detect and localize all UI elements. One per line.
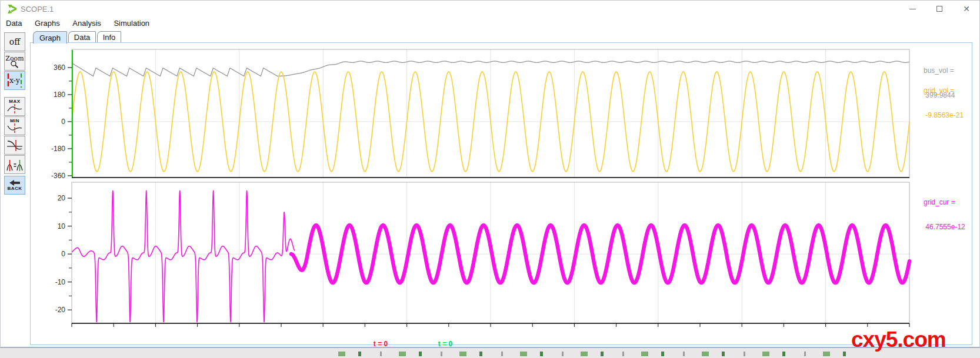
app-icon [6,4,18,14]
close-button[interactable]: ✕ [953,1,980,17]
menu-analysis[interactable]: Analysis [67,17,106,30]
cursor-red-readout[interactable]: t = 0 [363,340,398,348]
menu-data[interactable]: Data [1,17,27,30]
maximize-icon [936,6,942,12]
readout-grid-cur-name: grid_cur = [924,198,965,206]
tab-graph-label: Graph [39,34,61,42]
off-button[interactable]: off [4,32,25,51]
readout-grid-vol: grid_vol = -9.8563e-21 [924,70,964,136]
back-label: BACK [7,186,22,191]
max-curve-icon [7,104,22,113]
tab-data[interactable]: Data [68,31,96,43]
back-button[interactable]: BACK [4,176,25,195]
background-schematic-fragments [338,352,862,356]
menu-graphs[interactable]: Graphs [29,17,65,30]
cursor-green-readout[interactable]: t = 0 [428,340,463,348]
max-label: MAX [9,99,20,104]
min-button[interactable]: MIN [4,116,25,135]
close-icon: ✕ [963,4,970,14]
watermark: cxy5.com [851,327,946,352]
y-tick-label: -10 [55,278,66,286]
grid-cur-trace-startup [72,190,295,322]
xy-cursors-icon: x-y [6,73,24,88]
menu-simulation[interactable]: Simulation [108,17,155,30]
off-label: off [9,37,20,46]
y-tick-label: 0 [61,118,65,126]
min-label: MIN [10,119,19,123]
xy-cursors-button[interactable]: x-y [4,71,25,90]
readout-grid-vol-name: grid_vol = [924,86,964,95]
scope-plot-area[interactable]: 3601800-180-36020100-10-20 [31,43,972,344]
screen: SCOPE.1 ✕ Data Graphs Analysis Simulatio… [0,0,980,358]
y-tick-label: 180 [54,91,65,99]
window-title: SCOPE.1 [21,5,54,14]
tab-data-label: Data [74,33,90,42]
background-window-strip [0,349,980,358]
peak-compare-icon [6,158,23,172]
graph-panel: 3601800-180-36020100-10-20 bus_vol = 399… [30,42,972,345]
y-tick-label: -20 [55,306,66,314]
zero-crossing-button[interactable] [4,136,25,155]
zoom-button[interactable]: Zoom [4,52,25,71]
tab-graph[interactable]: Graph [33,31,67,44]
readout-grid-cur-value: 46.7555e-12 [924,223,965,231]
minimize-button[interactable] [899,1,926,17]
readout-grid-cur: grid_cur = 46.7555e-12 [924,182,965,247]
tab-info[interactable]: Info [97,31,121,43]
y-tick-label: 10 [58,222,66,230]
max-button[interactable]: MAX [4,97,25,116]
scope-window: SCOPE.1 ✕ Data Graphs Analysis Simulatio… [0,0,980,348]
maximize-button[interactable] [926,1,953,17]
minimize-icon [909,9,916,9]
readout-grid-vol-value: -9.8563e-21 [924,111,964,119]
y-tick-label: -360 [51,172,65,180]
peak-compare-button[interactable] [4,155,25,174]
min-curve-icon [7,123,22,133]
zero-crossing-icon [6,139,23,152]
title-bar[interactable]: SCOPE.1 ✕ [1,1,979,17]
tab-info-label: Info [103,33,116,42]
y-tick-label: -180 [51,145,65,153]
magnifier-icon [10,61,19,68]
y-tick-label: 360 [54,63,65,72]
xy-label: x-y [9,76,20,85]
menu-bar: Data Graphs Analysis Simulation [1,17,979,30]
y-tick-label: 20 [58,194,66,202]
y-tick-label: 0 [61,250,65,258]
